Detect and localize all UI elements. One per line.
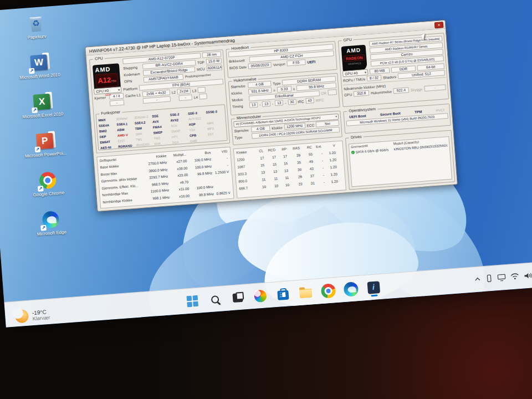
l3-label: L3 (192, 88, 197, 93)
table-cell: 13 (279, 168, 290, 173)
table-cell: 39 (289, 153, 302, 158)
os-flag: UEFI Boot (349, 114, 366, 119)
file-explorer-button[interactable] (295, 282, 315, 302)
timing-field: 13 (262, 101, 271, 107)
table-cell: x10.00 (171, 193, 191, 199)
l2-label: L2 (171, 90, 176, 94)
folder-icon (299, 288, 312, 298)
opn-label: OPN (124, 78, 142, 83)
cpu-group: CPU AMD A127TH GEN AMD A12-9720P28 nm St… (89, 49, 230, 154)
features-group-label: Funksjoner (99, 110, 122, 115)
cpu-feature-flag: AVX2 (170, 117, 188, 122)
shortcut-arrow-icon: ↗ (38, 186, 44, 192)
close-button[interactable]: × (434, 22, 444, 28)
mcu-field: 600611A (206, 64, 222, 71)
gpu-clock-label: GPU (344, 92, 352, 96)
hwinfo-taskbar-button[interactable] (364, 277, 383, 297)
table-cell: - (314, 151, 324, 156)
desktop-icon-excel[interactable]: X↗ Microsoft Excel 2010 (17, 91, 68, 134)
cpu-feature-flag: CPB (190, 133, 207, 137)
table-cell: 15 (255, 163, 266, 167)
cpu-feature-flag: GME (190, 139, 208, 143)
table-cell: 99.8 MHz (190, 171, 214, 176)
badge-brand: AMD (95, 65, 117, 74)
running-indicator (371, 294, 377, 296)
ecc-label: ECC (306, 123, 314, 127)
cpu-feature-flag: MPX (207, 126, 224, 130)
table-cell: 99.8 MHz (191, 192, 216, 197)
cpu-feature-flag: XOP (188, 122, 206, 126)
module-size-field: 4 GB (251, 125, 270, 132)
gpu-mem-type-field: DDR (391, 65, 416, 73)
tdp-label: TDP (197, 60, 204, 64)
start-button[interactable] (182, 291, 202, 311)
badge-model: A127TH GEN (95, 73, 119, 88)
desktop-icon-word[interactable]: W↗ Microsoft Word 2010 (14, 52, 65, 94)
wifi-icon[interactable] (510, 273, 519, 280)
search-button[interactable] (204, 289, 224, 309)
gpu-shadow-label: Skygge (411, 87, 423, 92)
table-cell: x27.00 (168, 159, 188, 165)
desktop-icon-chrome[interactable]: ↗ Google Chrome (23, 169, 74, 212)
search-icon (211, 295, 219, 303)
store-icon (277, 290, 289, 300)
table-cell: 35 (289, 160, 303, 165)
trfc-label: tRFC (315, 98, 324, 102)
volume-icon[interactable] (524, 272, 532, 279)
table-cell: 1.20 (324, 150, 337, 155)
table-cell: RCD (265, 147, 277, 152)
table-cell: Northbridge Klokke (101, 197, 145, 204)
cpu-group-label: CPU (93, 56, 105, 61)
chrome-taskbar-button[interactable] (318, 280, 338, 300)
drive-interface: SATA 6 Gb/s @ 6Gb/s (356, 148, 389, 154)
rops-field: 8 / 32 (367, 75, 382, 81)
motherboard-group: Hovedkort HP 8333 BrikkesettAMD CZ FCH B… (226, 41, 337, 78)
table-cell: x11.00 (171, 186, 191, 192)
phone-link-icon[interactable] (485, 274, 493, 283)
cpu-feature-flag: SMAP (171, 129, 189, 133)
table-cell: - (315, 158, 325, 163)
desktop-icon-edge[interactable]: ↗ Microsoft Edge (26, 208, 76, 251)
cpu-features-grid: MMX3DNow!3DNow!-2SSESSE-2SSE-3SSSE-3SSE4… (98, 109, 226, 150)
memory-timing-label: Timing (232, 104, 248, 109)
table-cell: 2700.0 MHz (142, 160, 168, 166)
cores-field: 4 / 4 (109, 93, 124, 100)
times-sign: x (293, 86, 295, 90)
table-cell: 666.7 (238, 185, 257, 191)
copilot-button[interactable] (250, 286, 270, 306)
memory-clock-field: 931.6 MHz (248, 88, 272, 95)
edge-taskbar-button[interactable] (341, 279, 361, 299)
table-cell (190, 180, 214, 181)
cache-l1-label: Cache L1 (125, 93, 141, 98)
table-cell: 968.5 MHz (144, 181, 170, 187)
cpu-feature-flag: DEP (99, 134, 117, 139)
table-cell: - (315, 166, 325, 170)
table-cell: 3800.0 MHz (142, 167, 169, 173)
cpu-feature-flag: AMX (207, 120, 224, 125)
chevron-up-icon[interactable] (474, 275, 481, 283)
cpu-feature-flag: SSE4A (99, 123, 116, 127)
task-view-button[interactable] (227, 288, 247, 308)
display-icon[interactable] (497, 274, 506, 282)
table-cell: 43 (303, 166, 315, 171)
table-cell: 49 (303, 159, 315, 164)
os-group: Operativsystem UEFI BootSecure BootTPMHV… (343, 104, 451, 134)
module-type-label: Type (234, 134, 250, 139)
store-button[interactable] (273, 284, 293, 304)
production-unit-label: Produksjonsenhet (185, 73, 211, 78)
cpu-feature-flag: SSE (152, 114, 170, 118)
cpu-feature-flag: MMX (98, 117, 116, 122)
dash: - (272, 101, 274, 105)
table-cell: 13 (255, 170, 267, 175)
gpu-group: GPU AMD RADEON GRAPHICS AMD Radeon R7 Se… (338, 33, 449, 107)
table-cell: 1.20 (325, 157, 338, 162)
desktop-icon-recycle-bin[interactable]: Papirkurv (12, 12, 62, 55)
shortcut-arrow-icon: ↗ (32, 108, 38, 114)
table-cell: CL (254, 149, 265, 153)
desktop-icon-label: Google Chrome (33, 190, 65, 197)
table-cell: x38.00 (169, 166, 189, 171)
table-cell: 1100.0 MHz (144, 188, 171, 194)
table-cell: x9.70 (170, 180, 190, 185)
desktop-icon-powerpoint[interactable]: P↗ Microsoft PowerPoi... (21, 130, 71, 173)
table-cell: RC (301, 145, 314, 150)
